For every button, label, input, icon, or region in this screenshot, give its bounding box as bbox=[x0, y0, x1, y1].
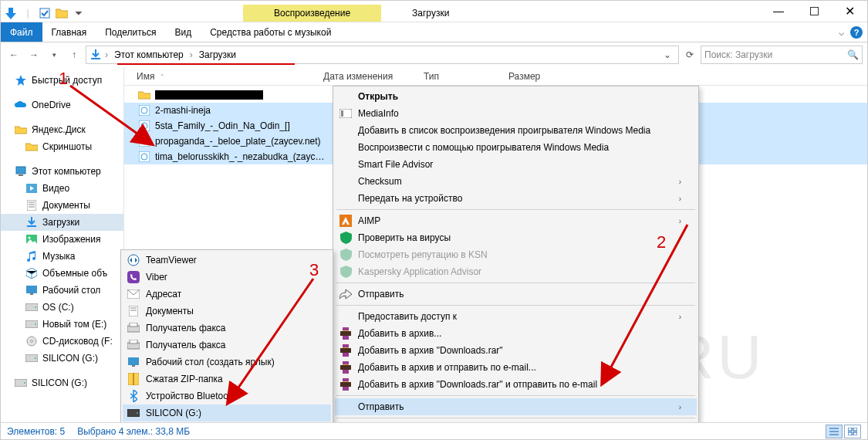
close-button[interactable]: ✕ bbox=[832, 0, 867, 22]
ctx-rar-add[interactable]: Добавить в архив... bbox=[335, 325, 697, 342]
ribbon-tab-share[interactable]: Поделиться bbox=[96, 22, 165, 42]
svg-point-17 bbox=[35, 306, 36, 308]
navpane-quick-access[interactable]: Быстрый доступ bbox=[1, 72, 123, 89]
folder-icon bbox=[25, 140, 38, 153]
contextual-tab-music[interactable]: Воспроизведение bbox=[243, 5, 381, 22]
chevron-right-icon: › bbox=[679, 195, 681, 203]
sendto-fax1[interactable]: Получатель факса bbox=[123, 320, 331, 337]
navpane-yandex-disk[interactable]: Яндекс.Диск bbox=[1, 121, 123, 138]
desktop-icon bbox=[25, 284, 38, 296]
sendto-desktop-shortcut[interactable]: Рабочий стол (создать ярлык) bbox=[123, 354, 331, 371]
navpane-onedrive[interactable]: OneDrive bbox=[1, 96, 123, 113]
ctx-cast[interactable]: Передать на устройство› bbox=[335, 190, 697, 207]
drive-icon bbox=[15, 377, 27, 389]
kaspersky-icon bbox=[338, 264, 353, 279]
kaspersky-icon bbox=[338, 230, 353, 245]
winrar-icon bbox=[338, 343, 353, 358]
sendto-silicon[interactable]: SILICON (G:) bbox=[123, 404, 331, 421]
title-bar: | ⏷ Воспроизведение Загрузки — ✕ bbox=[1, 1, 867, 22]
navpane-this-pc[interactable]: Этот компьютер bbox=[1, 163, 123, 180]
navpane-images[interactable]: Изображения bbox=[1, 231, 123, 248]
ctx-wmp-play[interactable]: Воспроизвести с помощью проигрывателя Wi… bbox=[335, 139, 697, 156]
navpane-music[interactable]: Музыка bbox=[1, 248, 123, 265]
svg-rect-1 bbox=[810, 7, 818, 15]
column-date[interactable]: Дата изменения bbox=[317, 71, 417, 82]
sendto-documents[interactable]: Документы bbox=[123, 303, 331, 320]
ctx-checksum[interactable]: Checksum› bbox=[335, 173, 697, 190]
overflow-icon[interactable]: ⏷ bbox=[72, 6, 86, 20]
navpane-cddrive[interactable]: CD-дисковод (F: bbox=[1, 333, 123, 350]
search-placeholder: Поиск: Загрузки bbox=[704, 49, 772, 60]
ribbon-expand-icon[interactable]: ⌵ bbox=[839, 27, 844, 38]
navpane-silicon-root[interactable]: SILICON (G:) bbox=[1, 374, 123, 391]
ribbon-tab-home[interactable]: Главная bbox=[42, 22, 96, 42]
navpane-osc[interactable]: OS (C:) bbox=[1, 299, 123, 316]
view-icons-button[interactable] bbox=[844, 425, 861, 438]
breadcrumb-downloads[interactable]: Загрузки bbox=[196, 49, 239, 60]
navpane-documents[interactable]: Документы bbox=[1, 197, 123, 214]
chevron-right-icon: › bbox=[679, 217, 681, 225]
navpane-video[interactable]: Видео bbox=[1, 180, 123, 197]
back-button[interactable]: ← bbox=[5, 46, 22, 63]
ctx-scan-virus[interactable]: Проверить на вирусы bbox=[335, 229, 697, 246]
breadcrumb-dropdown-icon[interactable]: ⌄ bbox=[660, 49, 675, 60]
drive-icon bbox=[25, 301, 38, 313]
navpane-screenshots[interactable]: Скриншоты bbox=[1, 138, 123, 155]
select-icon[interactable] bbox=[38, 6, 52, 20]
ctx-sendto[interactable]: Отправить› bbox=[335, 398, 697, 415]
ribbon-tab-view[interactable]: Вид bbox=[165, 22, 201, 42]
column-name[interactable]: Имя˄ bbox=[124, 71, 317, 82]
column-headers[interactable]: Имя˄ Дата изменения Тип Размер bbox=[124, 67, 867, 86]
sendto-viber[interactable]: Viber bbox=[123, 269, 331, 286]
help-icon[interactable]: ? bbox=[850, 26, 863, 39]
svg-rect-4 bbox=[19, 174, 23, 176]
sendto-fax2[interactable]: Получатель факса bbox=[123, 337, 331, 354]
forward-button[interactable]: → bbox=[25, 46, 42, 63]
desktop-icon bbox=[126, 354, 141, 370]
ctx-rar-dl-mail[interactable]: Добавить в архив "Downloads.rar" и отпра… bbox=[335, 376, 697, 393]
sendto-recipient[interactable]: Адресат bbox=[123, 286, 331, 303]
navpane-desktop[interactable]: Рабочий стол bbox=[1, 282, 123, 299]
up-button[interactable]: ↑ bbox=[66, 46, 83, 63]
context-menu[interactable]: Открыть MediaInfo Добавить в список восп… bbox=[333, 86, 699, 440]
ribbon-tab-musictools[interactable]: Средства работы с музыкой bbox=[201, 22, 340, 42]
maximize-button[interactable] bbox=[796, 0, 832, 22]
svg-rect-26 bbox=[139, 105, 150, 116]
ctx-open[interactable]: Открыть bbox=[335, 88, 697, 105]
sendto-bluetooth[interactable]: Устройство Bluetooth bbox=[123, 388, 331, 404]
ribbon-file-tab[interactable]: Файл bbox=[1, 22, 42, 42]
folder-qat-icon[interactable] bbox=[55, 6, 69, 20]
history-dropdown-icon[interactable]: ▾ bbox=[46, 46, 62, 63]
ctx-aimp[interactable]: AIMP› bbox=[335, 212, 697, 229]
search-input[interactable]: Поиск: Загрузки 🔍 bbox=[701, 46, 863, 64]
minimize-button[interactable]: — bbox=[761, 0, 796, 22]
breadcrumb-thispc[interactable]: Этот компьютер bbox=[111, 49, 187, 60]
sendto-submenu[interactable]: TeamViewer Viber Адресат Документы Получ… bbox=[120, 249, 333, 424]
svg-rect-7 bbox=[27, 200, 36, 211]
sendto-zip[interactable]: Сжатая ZIP-папка bbox=[123, 371, 331, 388]
ctx-share[interactable]: Отправить bbox=[335, 286, 697, 303]
navpane-3dobjects[interactable]: Объемные объ bbox=[1, 265, 123, 282]
view-details-button[interactable] bbox=[826, 425, 843, 438]
sendto-teamviewer[interactable]: TeamViewer bbox=[123, 252, 331, 269]
ctx-mediainfo[interactable]: MediaInfo bbox=[335, 105, 697, 122]
ctx-smartfileadvisor[interactable]: Smart File Advisor bbox=[335, 156, 697, 173]
svg-rect-42 bbox=[340, 348, 351, 353]
column-type[interactable]: Тип bbox=[417, 71, 502, 82]
navigation-pane[interactable]: Быстрый доступ OneDrive Яндекс.Диск Скри… bbox=[1, 67, 124, 422]
ctx-grant-access[interactable]: Предоставить доступ к› bbox=[335, 308, 697, 325]
bluetooth-icon bbox=[126, 388, 141, 404]
navpane-silicon[interactable]: SILICON (G:) bbox=[1, 350, 123, 367]
ctx-rar-dl[interactable]: Добавить в архив "Downloads.rar" bbox=[335, 342, 697, 359]
ctx-wmp-addlist[interactable]: Добавить в список воспроизведения проигр… bbox=[335, 122, 697, 139]
column-size[interactable]: Размер bbox=[502, 71, 564, 82]
refresh-button[interactable]: ⟳ bbox=[682, 49, 697, 60]
svg-rect-30 bbox=[139, 136, 150, 147]
svg-rect-60 bbox=[132, 365, 135, 367]
navpane-newvol[interactable]: Новый том (E:) bbox=[1, 316, 123, 333]
svg-rect-74 bbox=[853, 432, 857, 435]
navpane-downloads[interactable]: Загрузки bbox=[1, 214, 123, 231]
breadcrumb[interactable]: › Этот компьютер › Загрузки ⌄ bbox=[86, 46, 679, 64]
search-icon[interactable]: 🔍 bbox=[847, 49, 859, 60]
ctx-rar-mail[interactable]: Добавить в архив и отправить по e-mail..… bbox=[335, 359, 697, 376]
